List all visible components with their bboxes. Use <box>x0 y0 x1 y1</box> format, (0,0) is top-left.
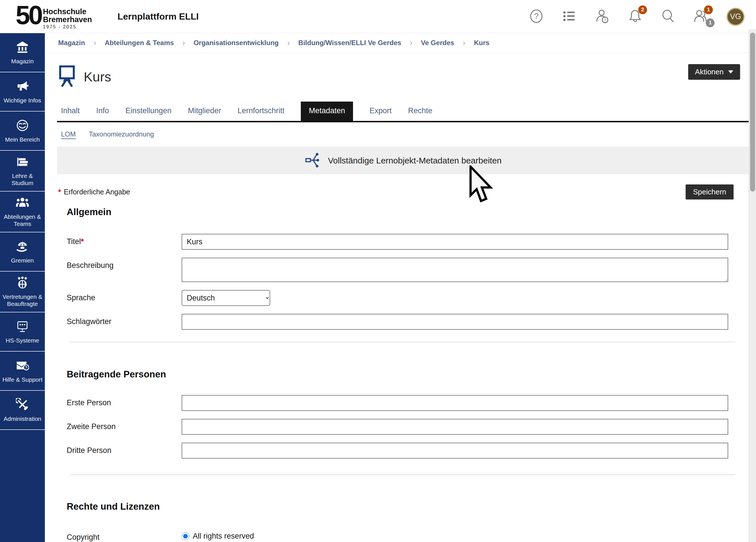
section-heading-rechte: Rechte und Lizenzen <box>67 501 749 512</box>
tab-metadaten-active[interactable]: Metadaten <box>301 102 353 121</box>
tab-inhalt[interactable]: Inhalt <box>61 106 80 121</box>
zweite-person-input[interactable] <box>182 419 728 435</box>
field-row-schlagwoerter: Schlagwörter <box>67 314 728 330</box>
breadcrumb-item[interactable]: Bildung/Wissen/ELLI Ve Gerdes <box>298 39 401 47</box>
user-avatar[interactable]: VG <box>726 8 745 26</box>
field-row-erste-person: Erste Person <box>67 395 728 411</box>
field-row-titel: Titel* <box>67 234 728 250</box>
metadata-form: Allgemein Titel* Beschreibung Sprache De… <box>45 207 756 542</box>
sidebar-item-vertretungen[interactable]: Vertretungen & Beauftragte <box>0 272 45 312</box>
logo-years: 1975 - 2025 <box>43 24 92 30</box>
contacts-button[interactable]: 1 1 <box>694 9 708 24</box>
smiley-icon <box>16 119 29 133</box>
assembly-icon <box>16 240 29 254</box>
sidebar-item-label: Hilfe & Support <box>2 376 42 383</box>
schlagwoerter-input[interactable] <box>182 314 728 330</box>
tab-rechte[interactable]: Rechte <box>408 106 432 121</box>
tab-mitglieder[interactable]: Mitglieder <box>188 106 221 121</box>
tab-export[interactable]: Export <box>369 106 392 121</box>
banner-label: Vollständige Lernobjekt-Metadaten bearbe… <box>328 156 501 165</box>
sidebar-item-label: Gremien <box>11 257 34 264</box>
scrollbar-thumb[interactable] <box>750 33 755 192</box>
breadcrumb-item[interactable]: Magazin <box>58 39 85 47</box>
breadcrumb-item[interactable]: Abteilungen & Teams <box>105 39 174 47</box>
sprache-label: Sprache <box>67 290 182 302</box>
field-row-dritte-person: Dritte Person <box>67 443 728 459</box>
sidebar-item-label: Magazin <box>11 58 33 65</box>
field-row-zweite-person: Zweite Person <box>67 419 728 435</box>
dritte-person-input[interactable] <box>182 443 728 459</box>
actions-button[interactable]: Aktionen <box>688 64 740 80</box>
svg-text:!: ! <box>604 17 606 23</box>
sidebar-item-label: Wichtige Infos <box>4 97 41 104</box>
sprache-select[interactable]: Deutsch <box>182 290 270 306</box>
mail-question-icon: ? <box>16 359 29 373</box>
todo-list-button[interactable] <box>562 9 577 24</box>
notification-badge: 2 <box>638 5 647 14</box>
sidebar-item-lehre-studium[interactable]: Lehre & Studium <box>0 151 45 192</box>
search-button[interactable] <box>661 9 675 24</box>
tab-bar: Inhalt Info Einstellungen Mitglieder Ler… <box>57 102 749 122</box>
notifications-button[interactable]: 2 <box>628 9 642 24</box>
required-note: *Erforderliche Angabe <box>58 184 734 196</box>
chevron-right-icon: › <box>94 38 96 47</box>
required-asterisk: * <box>58 188 61 196</box>
breadcrumb-item[interactable]: Ve Gerdes <box>421 39 454 47</box>
university-logo[interactable]: 50 Hochschule Bremerhaven 1975 - 2025 <box>16 4 92 30</box>
breadcrumb-item[interactable]: Organisationsentwicklung <box>194 39 279 47</box>
section-divider <box>70 342 735 342</box>
user-status-button[interactable]: ! <box>595 9 610 24</box>
svg-text:?: ? <box>25 365 27 370</box>
beschreibung-textarea[interactable] <box>182 258 728 282</box>
form-toolbar: *Erforderliche Angabe Speichern <box>58 184 734 200</box>
breadcrumb: Magazin › Abteilungen & Teams › Organisa… <box>45 33 756 53</box>
help-button[interactable]: ? <box>529 9 544 24</box>
chevron-right-icon: › <box>463 38 465 47</box>
chevron-right-icon: › <box>287 38 290 47</box>
sidebar-item-mein-bereich[interactable]: Mein Bereich <box>0 112 45 151</box>
zweite-person-label: Zweite Person <box>67 419 182 431</box>
logo-name-line1: Hochschule <box>43 8 92 16</box>
required-asterisk: * <box>81 237 84 246</box>
sidebar-item-gremien[interactable]: Gremien <box>0 232 45 272</box>
svg-text:?: ? <box>534 12 539 20</box>
copyright-radio[interactable] <box>182 532 189 540</box>
sidebar-item-abteilungen-teams[interactable]: Abteilungen & Teams <box>0 192 45 232</box>
erste-person-input[interactable] <box>182 395 728 411</box>
sidebar-item-hs-systeme[interactable]: HS-Systeme <box>0 312 45 352</box>
contacts-badge-bottom: 1 <box>706 18 715 27</box>
edit-full-metadata-banner[interactable]: Vollständige Lernobjekt-Metadaten bearbe… <box>57 147 749 174</box>
titel-label: Titel* <box>67 234 182 246</box>
tab-einstellungen[interactable]: Einstellungen <box>125 106 171 121</box>
main-content: Magazin › Abteilungen & Teams › Organisa… <box>45 33 756 542</box>
sidebar-item-wichtige-infos[interactable]: Wichtige Infos <box>0 72 45 112</box>
course-easel-icon <box>58 65 76 89</box>
sidebar-item-label: Abteilungen & Teams <box>2 213 43 227</box>
books-icon <box>16 155 29 169</box>
tab-info[interactable]: Info <box>96 106 109 121</box>
chevron-down-icon <box>728 70 733 76</box>
people-group-icon <box>16 196 29 210</box>
subtab-lom-active[interactable]: LOM <box>61 130 76 138</box>
sidebar-item-hilfe-support[interactable]: ? Hilfe & Support <box>0 352 45 391</box>
logo-name-line2: Bremerhaven <box>43 16 92 24</box>
app-title: Lernplattform ELLI <box>117 11 199 22</box>
save-button[interactable]: Speichern <box>686 184 734 199</box>
sidebar-item-magazin[interactable]: Magazin <box>0 33 45 72</box>
copyright-option-label: All rights reserved <box>193 532 254 541</box>
section-heading-beitragende: Beitragende Personen <box>67 369 749 380</box>
breadcrumb-item-current: Kurs <box>474 39 490 47</box>
titel-input[interactable] <box>182 234 728 250</box>
erste-person-label: Erste Person <box>67 395 182 407</box>
field-row-copyright: Copyright All rights reserved <box>67 530 728 542</box>
tab-lernfortschritt[interactable]: Lernfortschritt <box>238 106 284 121</box>
subtab-taxonomiezuordnung[interactable]: Taxonomiezuordnung <box>89 130 154 138</box>
bank-icon <box>16 41 29 55</box>
sidebar-item-label: Vertretungen & Beauftragte <box>2 293 43 307</box>
chevron-right-icon: › <box>182 38 185 47</box>
sidebar-item-administration[interactable]: Administration <box>0 391 45 430</box>
search-icon <box>661 9 675 25</box>
vertical-scrollbar[interactable] <box>749 29 756 542</box>
globe-people-icon <box>16 276 29 290</box>
sub-tab-bar: LOM Taxonomiezuordnung <box>61 130 749 138</box>
